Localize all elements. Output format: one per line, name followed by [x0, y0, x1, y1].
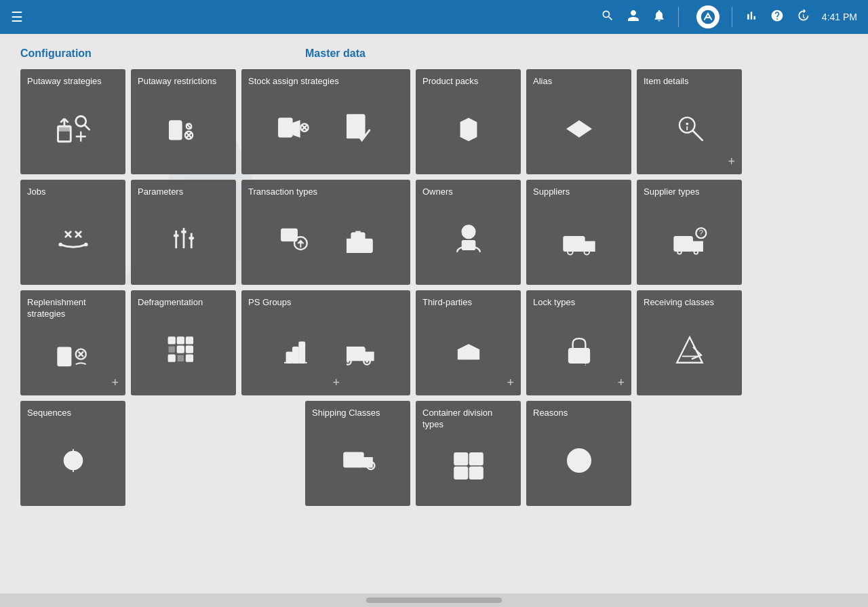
config-title: Configuration: [20, 47, 278, 60]
tile-badge-third-parties: +: [507, 376, 514, 390]
tile-icon-stock-assign-strategies: [248, 87, 340, 170]
svg-rect-65: [351, 233, 364, 241]
svg-point-6: [75, 116, 85, 126]
svg-rect-48: [293, 347, 298, 363]
tile-label-stock-assign-strategies: Stock assign strategies: [248, 76, 340, 87]
tile-jobs[interactable]: Jobs: [20, 180, 125, 285]
tile-label-jobs: Jobs: [27, 187, 119, 198]
main-content: Configuration Putaway strategiesPutaway …: [0, 34, 868, 593]
tile-item-details[interactable]: Item details+: [637, 69, 742, 174]
tile-putaway-strategies[interactable]: Putaway strategies: [20, 69, 125, 174]
svg-rect-41: [168, 346, 174, 352]
tile-icon-putaway-restrictions: [138, 87, 229, 170]
tile-icon-jobs: [27, 198, 119, 281]
svg-line-7: [84, 125, 90, 130]
tile-alias[interactable]: Alias: [526, 69, 631, 174]
help-icon[interactable]: [770, 9, 784, 26]
tile-stock-assign-strategies[interactable]: Stock assign strategies: [241, 69, 347, 174]
svg-rect-55: [347, 115, 364, 138]
svg-rect-26: [189, 237, 194, 239]
svg-point-78: [677, 250, 682, 254]
svg-rect-34: [58, 348, 71, 353]
navbar: ☰ 4:41 PM: [0, 0, 868, 34]
tile-icon-owners: [422, 198, 514, 281]
tile-label-defragmentation: Defragmentation: [138, 297, 229, 309]
tile-label-transaction-types: Transaction types: [248, 187, 340, 198]
tile-ps-groups[interactable]: PS Groups+: [241, 290, 347, 395]
tile-lock-types[interactable]: Lock types?+: [526, 290, 631, 395]
svg-text:?: ?: [298, 240, 302, 247]
svg-rect-74: [564, 237, 584, 242]
tile-label-alias: Alias: [533, 76, 625, 87]
svg-rect-2: [58, 126, 71, 132]
svg-rect-47: [286, 353, 292, 363]
tile-receiving-classes[interactable]: Receiving classes: [637, 290, 742, 395]
svg-rect-43: [186, 346, 192, 352]
svg-point-110: [578, 459, 580, 462]
tile-putaway-restrictions[interactable]: Putaway restrictions: [131, 69, 236, 174]
tile-icon-item-details: [644, 87, 735, 170]
tile-container-division-types[interactable]: Container division types1234: [416, 401, 521, 506]
tile-suppliers[interactable]: Suppliers: [526, 180, 631, 285]
tile-sequences[interactable]: Sequences: [20, 401, 125, 506]
tile-supplier-types[interactable]: Supplier types?: [637, 180, 742, 285]
svg-rect-96: [344, 453, 363, 458]
tile-label-ps-groups: PS Groups: [248, 297, 340, 309]
nav-divider2: [732, 7, 732, 27]
search-icon[interactable]: [601, 9, 614, 26]
tile-shipping-classes[interactable]: Shipping Classes?: [305, 401, 410, 506]
tile-badge-ps-groups: +: [332, 376, 340, 390]
tile-label-item-details: Item details: [644, 76, 735, 87]
svg-rect-15: [279, 119, 292, 136]
tile-label-putaway-restrictions: Putaway restrictions: [138, 76, 229, 87]
tile-icon-replenishment-strategies: [27, 320, 119, 391]
tile-icon-receiving-classes: [644, 309, 735, 391]
navbar-right: 4:41 PM: [601, 5, 857, 28]
svg-rect-49: [299, 342, 304, 363]
history-icon[interactable]: [796, 9, 810, 26]
tile-label-parameters: Parameters: [138, 187, 229, 198]
chart-icon[interactable]: [745, 9, 758, 26]
brand-logo[interactable]: [696, 5, 719, 28]
bell-icon[interactable]: [652, 9, 666, 26]
svg-rect-77: [674, 237, 692, 251]
svg-rect-25: [181, 231, 186, 233]
config-section: Configuration Putaway strategiesPutaway …: [20, 47, 278, 506]
master-title: Master data: [305, 47, 848, 60]
tile-icon-putaway-strategies: [27, 87, 119, 170]
tile-icon-parameters: [138, 198, 229, 281]
tile-owners[interactable]: Owners: [416, 180, 521, 285]
tile-badge-item-details: +: [728, 155, 735, 169]
tile-label-shipping-classes: Shipping Classes: [312, 408, 403, 419]
config-tile-grid: Putaway strategiesPutaway restrictionsSt…: [20, 69, 278, 506]
svg-rect-70: [462, 241, 475, 250]
tile-reasons[interactable]: Reasons: [526, 401, 631, 506]
svg-point-20: [83, 243, 87, 247]
tile-transaction-types[interactable]: Transaction types?: [241, 180, 347, 285]
tile-badge-replenishment-strategies: +: [111, 376, 119, 390]
svg-text:?: ?: [368, 461, 372, 469]
svg-point-69: [462, 225, 475, 238]
tile-label-lock-types: Lock types: [533, 297, 625, 309]
time-display: 4:41 PM: [822, 12, 857, 22]
svg-text:3: 3: [459, 470, 462, 477]
hamburger-menu[interactable]: ☰: [11, 9, 23, 25]
svg-text:2: 2: [474, 456, 477, 463]
tile-defragmentation[interactable]: Defragmentation: [131, 290, 236, 395]
tile-icon-sequences: [27, 419, 119, 502]
scrollbar-thumb[interactable]: [366, 598, 502, 603]
tile-icon-transaction-types: ?: [248, 198, 340, 281]
user-icon[interactable]: [627, 9, 640, 26]
tile-third-parties[interactable]: Third-parties+: [416, 290, 521, 395]
scrollbar-area: [0, 593, 868, 607]
tile-parameters[interactable]: Parameters: [131, 180, 236, 285]
tile-replenishment-strategies[interactable]: Replenishment strategies+: [20, 290, 125, 395]
tile-icon-supplier-types: ?: [644, 198, 735, 281]
svg-point-87: [366, 360, 368, 363]
tile-icon-reasons: [533, 419, 625, 502]
svg-rect-28: [283, 231, 287, 233]
svg-rect-45: [177, 355, 183, 361]
tile-product-packs[interactable]: Product packs: [416, 69, 521, 174]
tile-label-owners: Owners: [422, 187, 514, 198]
tile-icon-defragmentation: [138, 309, 229, 391]
